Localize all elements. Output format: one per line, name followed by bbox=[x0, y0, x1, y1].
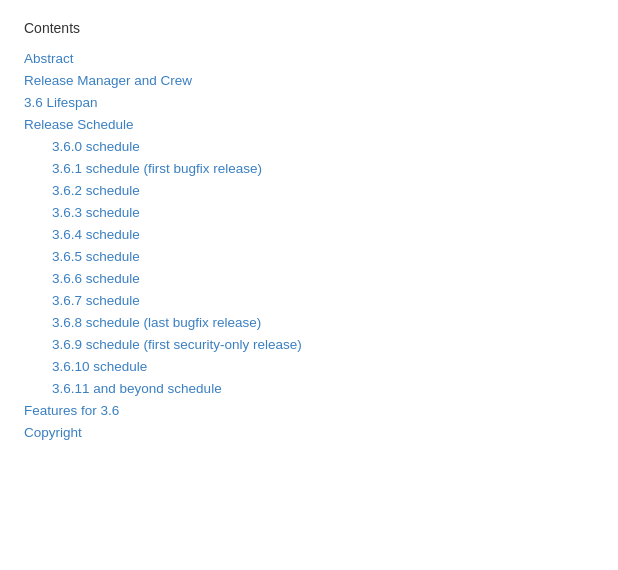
toc-subitem: 3.6.9 schedule (first security-only rele… bbox=[52, 336, 594, 352]
toc-list: AbstractRelease Manager and Crew3.6 Life… bbox=[24, 50, 594, 440]
toc-subitem: 3.6.1 schedule (first bugfix release) bbox=[52, 160, 594, 176]
toc-item: 3.6 Lifespan bbox=[24, 94, 594, 110]
toc-subitem: 3.6.10 schedule bbox=[52, 358, 594, 374]
toc-sublink[interactable]: 3.6.7 schedule bbox=[52, 293, 140, 308]
toc-sublink[interactable]: 3.6.10 schedule bbox=[52, 359, 147, 374]
toc-link[interactable]: Release Schedule bbox=[24, 117, 134, 132]
toc-subitem: 3.6.0 schedule bbox=[52, 138, 594, 154]
toc-sublink[interactable]: 3.6.9 schedule (first security-only rele… bbox=[52, 337, 302, 352]
toc-sublink[interactable]: 3.6.5 schedule bbox=[52, 249, 140, 264]
toc-item: Release Schedule3.6.0 schedule3.6.1 sche… bbox=[24, 116, 594, 396]
toc-subitem: 3.6.3 schedule bbox=[52, 204, 594, 220]
toc-sublink[interactable]: 3.6.8 schedule (last bugfix release) bbox=[52, 315, 261, 330]
toc-sublink[interactable]: 3.6.2 schedule bbox=[52, 183, 140, 198]
toc-subitem: 3.6.6 schedule bbox=[52, 270, 594, 286]
toc-subitem: 3.6.11 and beyond schedule bbox=[52, 380, 594, 396]
toc-sublink[interactable]: 3.6.1 schedule (first bugfix release) bbox=[52, 161, 262, 176]
toc-link[interactable]: Release Manager and Crew bbox=[24, 73, 192, 88]
toc-sublink[interactable]: 3.6.4 schedule bbox=[52, 227, 140, 242]
toc-sublink[interactable]: 3.6.11 and beyond schedule bbox=[52, 381, 222, 396]
contents-heading: Contents bbox=[24, 20, 594, 36]
toc-subitem: 3.6.4 schedule bbox=[52, 226, 594, 242]
toc-sublink[interactable]: 3.6.6 schedule bbox=[52, 271, 140, 286]
toc-subitem: 3.6.7 schedule bbox=[52, 292, 594, 308]
toc-link[interactable]: Abstract bbox=[24, 51, 74, 66]
toc-sublist: 3.6.0 schedule3.6.1 schedule (first bugf… bbox=[24, 138, 594, 396]
toc-sublink[interactable]: 3.6.0 schedule bbox=[52, 139, 140, 154]
toc-sublink[interactable]: 3.6.3 schedule bbox=[52, 205, 140, 220]
toc-link[interactable]: Features for 3.6 bbox=[24, 403, 119, 418]
toc-link[interactable]: Copyright bbox=[24, 425, 82, 440]
toc-item: Release Manager and Crew bbox=[24, 72, 594, 88]
toc-item: Abstract bbox=[24, 50, 594, 66]
toc-subitem: 3.6.8 schedule (last bugfix release) bbox=[52, 314, 594, 330]
toc-subitem: 3.6.2 schedule bbox=[52, 182, 594, 198]
toc-item: Copyright bbox=[24, 424, 594, 440]
toc-subitem: 3.6.5 schedule bbox=[52, 248, 594, 264]
toc-link[interactable]: 3.6 Lifespan bbox=[24, 95, 98, 110]
toc-item: Features for 3.6 bbox=[24, 402, 594, 418]
